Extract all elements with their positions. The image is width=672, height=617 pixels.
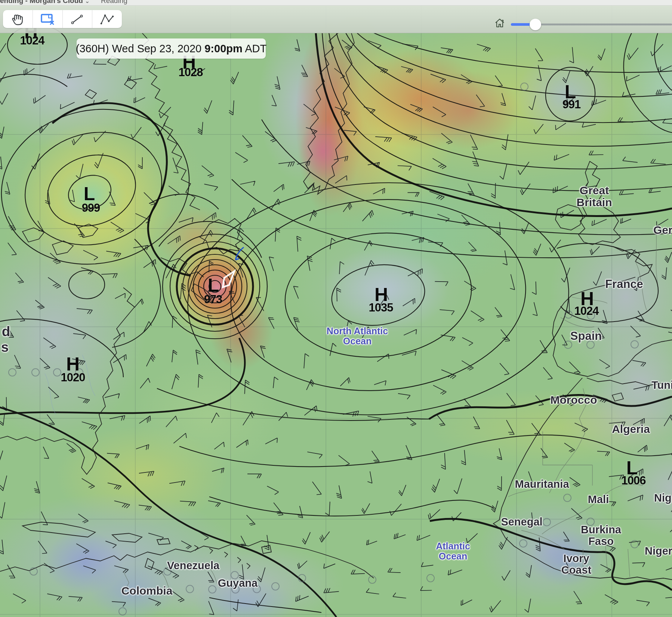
line-tool-icon [69, 12, 86, 26]
line-measure-tool-button[interactable] [63, 10, 93, 28]
border-river-layer [45, 228, 658, 594]
app-window: { "window": { "title_fragment": "ending … [0, 0, 672, 617]
timestamp-suffix: ADT [243, 43, 266, 55]
chevron-down-icon[interactable]: ⌄ [85, 0, 90, 4]
route-polyline-tool-button[interactable] [92, 10, 122, 28]
weather-map[interactable]: H1024H1028L991L999L973H1035H1024H1020L10… [0, 0, 672, 617]
tool-button-group [3, 10, 122, 28]
polyline-tool-icon [99, 12, 116, 26]
station-circle-layer [9, 83, 638, 615]
timestamp-overlay: (360H) Wed Sep 23, 2020 9:00pm ADT [77, 38, 266, 59]
home-zoom-reset-button[interactable] [494, 18, 505, 29]
isobar-layer [0, 25, 672, 613]
hand-icon [9, 12, 26, 26]
zoom-slider[interactable] [511, 24, 672, 25]
timestamp-time: 9:00pm [204, 43, 243, 55]
zoom-slider-thumb[interactable] [530, 19, 541, 30]
rect-select-icon [39, 12, 56, 27]
weather-map-graphics [0, 0, 672, 617]
toolbar [0, 5, 672, 33]
pan-hand-tool-button[interactable] [3, 10, 33, 28]
menu-item-reading[interactable]: Reading [101, 0, 127, 5]
window-title[interactable]: ending - Morgan's Cloud ⌄ [0, 0, 90, 5]
window-titlebar: ending - Morgan's Cloud ⌄ Reading [0, 0, 672, 6]
isobar-bold-layer [0, 33, 672, 617]
rect-zoom-select-tool-button[interactable] [33, 10, 63, 28]
timestamp-prefix: (360H) Wed Sep 23, 2020 [76, 43, 204, 55]
